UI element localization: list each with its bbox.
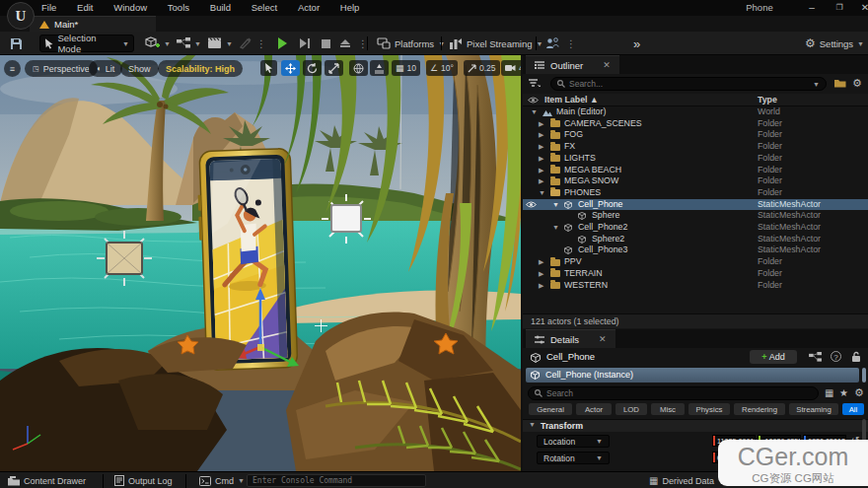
scalability-badge[interactable]: Scalability: High (158, 60, 243, 77)
show-dropdown[interactable]: Show (120, 60, 159, 77)
menu-select[interactable]: Select (243, 0, 286, 15)
save-button[interactable] (6, 35, 27, 52)
scale-tool-button[interactable] (325, 60, 343, 76)
tab-details[interactable]: Details ✕ (526, 329, 615, 348)
filter-tab-rendering[interactable]: Rendering (734, 403, 785, 415)
play-button[interactable] (274, 35, 291, 52)
select-tool-button[interactable] (260, 60, 277, 76)
outliner-row-terrain[interactable]: ▶ TERRAINFolder (523, 268, 868, 280)
grid-snap-button[interactable]: ▦ 10 (392, 60, 420, 76)
outliner-row-main[interactable]: ▼ Main (Editor)World (523, 106, 868, 118)
filter-tab-physics[interactable]: Physics (688, 403, 730, 415)
location-dropdown[interactable]: Location ▼ (537, 435, 610, 448)
lit-dropdown[interactable]: ◐ Lit (89, 60, 122, 77)
outliner-row-phones[interactable]: ▼ PHONESFolder (523, 187, 868, 199)
camera-speed-button[interactable]: 4 (501, 60, 521, 76)
filter-tab-general[interactable]: General (529, 403, 572, 415)
pixel-streaming-dropdown[interactable]: Pixel Streaming ▼ (446, 35, 546, 52)
outliner-row-sphere2[interactable]: Sphere2StaticMeshActor (523, 234, 868, 245)
blueprint-convert-icon[interactable] (809, 352, 822, 363)
outliner-row-mega-snow[interactable]: ▶ MEGA SNOWFolder (523, 175, 868, 187)
details-settings-icon[interactable]: ⚙ (854, 386, 864, 399)
outliner-row-mega-beach[interactable]: ▶ MEGA BEACHFolder (523, 165, 868, 176)
transform-section-header[interactable]: ▼ Transform (523, 419, 868, 432)
blueprints-dropdown[interactable]: ▼ (173, 35, 205, 52)
column-type[interactable]: Type (758, 95, 777, 105)
outliner-close-icon[interactable]: ✕ (603, 60, 611, 70)
rotate-tool-button[interactable] (303, 60, 322, 76)
cmd-dropdown[interactable]: Cmd ▼ (193, 472, 251, 488)
surface-snapping-button[interactable] (370, 60, 389, 76)
menu-build[interactable]: Build (201, 0, 240, 15)
tab-outliner[interactable]: Outliner ✕ (526, 55, 619, 74)
filter-tab-lod[interactable]: LOD (615, 403, 647, 415)
tab-main-level[interactable]: Main* (30, 16, 156, 32)
output-log-button[interactable]: Output Log (108, 472, 179, 488)
outliner-search-input[interactable]: Search... ▼ (550, 77, 827, 91)
rotation-dropdown[interactable]: Rotation ▼ (537, 452, 610, 464)
unreal-logo-icon[interactable]: U (7, 2, 35, 30)
play-options-menu[interactable]: ⋮ (354, 35, 372, 52)
derived-data-button[interactable]: ▦ Derived Data (643, 472, 720, 488)
outliner-row-fog[interactable]: ▶ FOGFolder (523, 129, 868, 141)
multi-user-options-menu[interactable]: ⋮ (562, 35, 580, 52)
help-icon[interactable]: ? (831, 351, 841, 362)
details-close-icon[interactable]: ✕ (599, 334, 607, 344)
outliner-row-cell-phone2[interactable]: ▼ Cell_Phone2StaticMeshActor (523, 222, 868, 234)
favorites-star-icon[interactable]: ★ (839, 387, 848, 398)
level-viewport[interactable]: ≡ ◳ Perspective ◐ Lit Show Scalability: … (0, 55, 521, 471)
outliner-row-cell-phone-selected[interactable]: ▼ Cell_Phone StaticMeshActor (523, 199, 868, 211)
add-actor-dropdown[interactable]: ▼ (141, 35, 175, 52)
outliner-row-ppv[interactable]: ▶ PPVFolder (523, 256, 868, 268)
menu-help[interactable]: Help (331, 0, 369, 15)
eye-icon[interactable] (526, 201, 537, 208)
close-button[interactable]: ✕ (852, 0, 868, 15)
stop-button[interactable] (318, 35, 334, 52)
outliner-settings-icon[interactable]: ⚙ (852, 77, 862, 90)
outliner-row-camera-scenes[interactable]: ▶ CAMERA_SCENESFolder (523, 118, 868, 130)
outliner-column-header[interactable]: Item Label ▲ Type (523, 94, 868, 106)
add-component-button[interactable]: + Add (750, 350, 797, 364)
eject-button[interactable] (336, 35, 354, 52)
content-drawer-button[interactable]: Content Drawer (2, 472, 92, 488)
outliner-row-lights[interactable]: ▶ LIGHTSFolder (523, 153, 868, 165)
filter-tab-misc[interactable]: Misc (651, 403, 685, 415)
rotation-snap-button[interactable]: ∠ 10° (426, 60, 458, 76)
console-command-input[interactable]: Enter Console Command (247, 474, 426, 487)
instance-scrollbar[interactable] (862, 368, 866, 383)
menu-window[interactable]: Window (105, 0, 156, 15)
multi-user-button[interactable] (542, 35, 563, 52)
menu-tools[interactable]: Tools (159, 0, 198, 15)
menu-file[interactable]: File (33, 0, 65, 15)
create-folder-icon[interactable] (834, 78, 846, 88)
perspective-dropdown[interactable]: ◳ Perspective (25, 60, 98, 77)
platforms-dropdown[interactable]: Platforms ▼ (373, 35, 449, 52)
menu-actor[interactable]: Actor (289, 0, 328, 15)
column-item-label[interactable]: Item Label ▲ (544, 95, 599, 105)
frame-skip-button[interactable] (296, 35, 314, 52)
outliner-row-fx[interactable]: ▶ FXFolder (523, 141, 868, 153)
filter-tab-streaming[interactable]: Streaming (789, 403, 838, 415)
lock-icon[interactable] (851, 351, 861, 363)
settings-dropdown[interactable]: ⚙ Settings ▼ (801, 35, 868, 52)
move-tool-button[interactable] (281, 60, 300, 76)
world-space-toggle[interactable] (349, 60, 368, 76)
scale-snap-button[interactable]: 0.25 (464, 60, 500, 76)
toolbar-overflow-button[interactable]: » (629, 35, 644, 52)
outliner-row-cell-phone3[interactable]: Cell_Phone3StaticMeshActor (523, 244, 868, 256)
display-settings-icon[interactable]: ▦ (825, 387, 833, 398)
filter-tab-actor[interactable]: Actor (576, 403, 612, 415)
menu-edit[interactable]: Edit (68, 0, 102, 15)
details-search-input[interactable]: Search (528, 386, 819, 400)
modes-overflow-menu[interactable]: ⋮ (253, 35, 270, 52)
outliner-row-sphere[interactable]: SphereStaticMeshActor (523, 210, 868, 222)
filter-icon[interactable] (529, 79, 541, 89)
cinematics-dropdown[interactable]: ▼ (204, 35, 237, 52)
selection-mode-dropdown[interactable]: Selection Mode ▼ (39, 35, 134, 52)
maximize-button[interactable]: ❐ (827, 0, 852, 15)
outliner-row-western[interactable]: ▶ WESTERNFolder (523, 280, 868, 292)
viewport-options-menu[interactable]: ≡ (4, 60, 21, 77)
instance-row[interactable]: Cell_Phone (Instance) (526, 368, 859, 383)
minimize-button[interactable]: – (799, 0, 825, 15)
filter-tab-all[interactable]: All (842, 403, 864, 415)
